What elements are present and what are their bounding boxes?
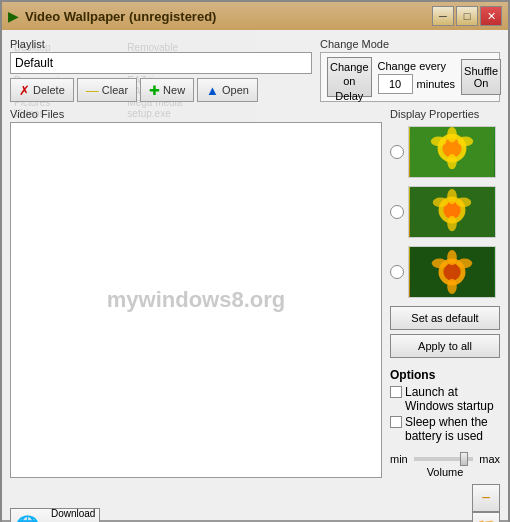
svg-point-19 <box>447 250 457 265</box>
radio-thumb-row-1 <box>390 126 500 178</box>
radio-2[interactable] <box>390 205 404 219</box>
svg-point-6 <box>447 154 457 169</box>
svg-point-4 <box>458 137 473 147</box>
video-files-section: Video Files mywindows8.org <box>10 108 382 478</box>
video-files-label: Video Files <box>10 108 382 120</box>
clear-button[interactable]: — Clear <box>77 78 137 102</box>
minimize-button[interactable]: ─ <box>432 6 454 26</box>
launch-at-startup-text: Launch at Windows startup <box>405 385 494 413</box>
new-button[interactable]: ✚ New <box>140 78 194 102</box>
thumbnail-3[interactable] <box>408 246 496 298</box>
playlist-input[interactable] <box>10 52 312 74</box>
sleep-checkbox[interactable] <box>390 416 402 428</box>
main-content: DesktopRecentPlacesLibraries DocumentsMu… <box>2 30 508 522</box>
launch-at-startup-checkbox[interactable] <box>390 386 402 398</box>
volume-slider[interactable] <box>414 457 473 461</box>
svg-point-5 <box>447 127 457 142</box>
sleep-text: Sleep when the battery is used <box>405 415 488 443</box>
watermark: mywindows8.org <box>107 287 285 313</box>
clear-icon: — <box>86 83 99 98</box>
change-mode-row: Change on Delay Change every minutes <box>327 57 493 97</box>
left-arrow-container: 🌐 Download DreamScene Wallpapers! <box>10 508 100 522</box>
delete-icon: ✗ <box>19 83 30 98</box>
options-label: Options <box>390 368 500 382</box>
playlist-label: Playlist <box>10 38 312 50</box>
display-props-section: Display Properties <box>390 108 500 478</box>
close-button[interactable]: ✕ <box>480 6 502 26</box>
volume-handle[interactable] <box>460 452 468 466</box>
svg-point-12 <box>447 189 457 204</box>
change-mode-label: Change Mode <box>320 38 500 50</box>
open-button[interactable]: ▲ Open <box>197 78 258 102</box>
minus-button[interactable]: − <box>472 484 500 512</box>
thumb-img-3 <box>409 247 495 297</box>
change-mode-section: Change Mode Change on Delay Change every <box>320 38 500 102</box>
options-section: Options Launch at Windows startup Sleep … <box>390 368 500 445</box>
shuffle-button[interactable]: Shuffle On <box>461 59 501 95</box>
open-icon: ▲ <box>206 83 219 98</box>
svg-point-17 <box>432 259 447 269</box>
display-props-label: Display Properties <box>390 108 500 120</box>
video-files-box[interactable]: mywindows8.org <box>10 122 382 478</box>
svg-point-3 <box>431 137 446 147</box>
top-section: Playlist ✗ Delete — Clear ✚ New <box>10 38 500 102</box>
playlist-section: Playlist ✗ Delete — Clear ✚ New <box>10 38 312 102</box>
change-every-input[interactable] <box>378 74 413 94</box>
sleep-option-row: Sleep when the battery is used <box>390 415 500 443</box>
change-on-delay-button[interactable]: Change on Delay <box>327 57 372 97</box>
title-bar-left: ▶ Video Wallpaper (unregistered) <box>8 8 216 24</box>
volume-section: min max Volume <box>390 453 500 478</box>
change-mode-inner: Change on Delay Change every minutes <box>320 52 500 102</box>
thumb-img-2 <box>409 187 495 237</box>
change-every-row: Change every <box>378 60 456 72</box>
radio-thumb-row-2 <box>390 186 500 238</box>
svg-point-18 <box>457 259 472 269</box>
change-every-section: Change every minutes <box>378 60 456 94</box>
svg-point-11 <box>456 198 471 208</box>
bottom-toolbar-container: 🌐 Download DreamScene Wallpapers! − 📁 <box>10 484 500 522</box>
right-buttons-container: − 📁 + <box>472 484 500 522</box>
change-every-value-row: minutes <box>378 74 456 94</box>
new-icon: ✚ <box>149 83 160 98</box>
delete-button[interactable]: ✗ Delete <box>10 78 74 102</box>
middle-section: Video Files mywindows8.org Display Prope… <box>10 108 500 478</box>
title-bar: ▶ Video Wallpaper (unregistered) ─ □ ✕ <box>2 2 508 30</box>
set-as-default-button[interactable]: Set as default <box>390 306 500 330</box>
launch-at-startup-row: Launch at Windows startup <box>390 385 500 413</box>
folder-icon: 📁 <box>476 517 496 523</box>
radio-3[interactable] <box>390 265 404 279</box>
thumbnail-2[interactable] <box>408 186 496 238</box>
display-props-buttons: Set as default Apply to all <box>390 306 500 358</box>
svg-point-20 <box>447 279 457 294</box>
radio-thumb-row-3 <box>390 246 500 298</box>
maximize-button[interactable]: □ <box>456 6 478 26</box>
folder-button[interactable]: 📁 <box>472 512 500 522</box>
thumbnail-1[interactable] <box>408 126 496 178</box>
svg-point-13 <box>447 216 457 231</box>
window-title: Video Wallpaper (unregistered) <box>25 9 216 24</box>
download-button[interactable]: 🌐 Download DreamScene Wallpapers! <box>10 508 100 522</box>
title-bar-controls: ─ □ ✕ <box>432 6 502 26</box>
thumb-img-1 <box>409 127 495 177</box>
radio-1[interactable] <box>390 145 404 159</box>
globe-icon: 🌐 <box>15 514 40 522</box>
volume-row: min max <box>390 453 500 465</box>
playlist-buttons: ✗ Delete — Clear ✚ New ▲ Open <box>10 78 312 102</box>
main-window: ▶ Video Wallpaper (unregistered) ─ □ ✕ D… <box>0 0 510 522</box>
apply-to-all-button[interactable]: Apply to all <box>390 334 500 358</box>
bottom-toolbar: 🌐 Download DreamScene Wallpapers! − 📁 <box>10 484 500 522</box>
svg-point-10 <box>433 198 448 208</box>
app-icon: ▶ <box>8 8 19 24</box>
